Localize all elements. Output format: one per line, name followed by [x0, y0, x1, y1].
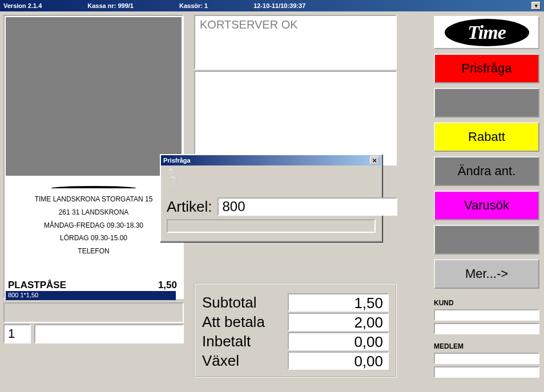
side-button-rabatt[interactable]: Rabatt — [434, 122, 539, 152]
brand-logo-text: Time — [445, 19, 529, 46]
line-item-name: PLASTPÅSE — [8, 280, 66, 291]
dialog-title-text: Prisfråga — [163, 157, 191, 164]
totals-value: 0,00 — [288, 351, 389, 370]
kund-input[interactable] — [434, 309, 539, 321]
dialog-close-button[interactable]: ✕ — [370, 156, 379, 164]
totals-value: 0,00 — [288, 332, 389, 350]
receipt-header-line: LÖRDAG 09.30-15.00 — [5, 232, 183, 245]
kund-label: KUND — [434, 299, 542, 307]
receipt-image-placeholder — [6, 17, 182, 176]
server-status-box: KORTSERVER OK — [194, 15, 397, 70]
medlem-label: MEDLEM — [434, 342, 542, 350]
receipt-selected-row[interactable]: 800 1*1,50 — [6, 291, 176, 300]
receipt-logo-icon — [51, 186, 136, 188]
titlebar-datetime: 12-10-11/10:39:37 — [253, 2, 305, 9]
totals-label: Växel — [202, 352, 288, 370]
receipt-header-line: TELEFON — [5, 245, 183, 258]
artikel-input[interactable] — [217, 197, 397, 216]
medlem-input-2[interactable] — [434, 366, 539, 378]
totals-row-inbetalt: Inbetalt 0,00 — [202, 332, 389, 350]
receipt-line-item: PLASTPÅSE 1,50 — [8, 280, 177, 291]
totals-label: Att betala — [202, 313, 288, 331]
dialog-field-label: Artikel: — [167, 198, 212, 216]
totals-label: Inbetalt — [202, 333, 288, 350]
side-button-prisfr-ga[interactable]: Prisfråga — [434, 54, 539, 83]
window-restore-icon[interactable]: ▾ — [531, 2, 541, 10]
server-status-text: KORTSERVER OK — [200, 18, 298, 31]
medlem-input[interactable] — [434, 353, 539, 364]
entry-field[interactable] — [34, 324, 184, 343]
side-button-blank-1[interactable] — [434, 88, 539, 118]
titlebar-version: Version 2.1.4 — [3, 2, 42, 9]
message-box — [194, 71, 397, 165]
line-item-price: 1,50 — [158, 280, 177, 291]
totals-row-subtotal: Subtotal 1,50 — [202, 293, 389, 312]
titlebar-kassa: Kassa nr: 999/1 — [87, 2, 134, 9]
info-icon[interactable]: ❔ — [169, 176, 179, 185]
side-button-blank-5[interactable] — [434, 225, 539, 254]
receipt-header-line: MÅNDAG-FREDAG 09.30-18.30 — [5, 219, 183, 232]
dialog-help-icons[interactable]: ❔ ❔ — [167, 169, 376, 185]
side-button-mer[interactable]: Mer...-> — [434, 259, 539, 289]
totals-row-vaxel: Växel 0,00 — [202, 351, 389, 370]
display-field — [3, 302, 184, 323]
prisfraga-dialog: Prisfråga ✕ ❔ ❔ Artikel: — [160, 154, 382, 242]
side-button-ndra-ant[interactable]: Ändra ant. — [434, 156, 539, 186]
totals-value: 2,00 — [288, 313, 389, 331]
kund-input-2[interactable] — [434, 323, 539, 334]
receipt-panel: TIME LANDSKRONA STORGATAN 15 261 31 LAND… — [3, 15, 184, 299]
window-titlebar: Version 2.1.4 Kassa nr: 999/1 Kassör: 1 … — [0, 0, 544, 11]
receipt-header: TIME LANDSKRONA STORGATAN 15 261 31 LAND… — [5, 185, 183, 258]
quantity-field[interactable]: 1 — [3, 324, 31, 343]
receipt-header-line: 261 31 LANDSKRONA — [5, 206, 183, 219]
totals-value: 1,50 — [288, 293, 389, 312]
brand-logo: Time — [434, 16, 539, 49]
totals-panel: Subtotal 1,50 Att betala 2,00 Inbetalt 0… — [194, 283, 397, 378]
dialog-status-bar — [167, 219, 376, 233]
receipt-header-line: TIME LANDSKRONA STORGATAN 15 — [5, 193, 183, 206]
side-button-varus-k[interactable]: Varusök — [434, 191, 539, 220]
titlebar-kassor: Kassör: 1 — [179, 2, 208, 9]
totals-label: Subtotal — [202, 294, 288, 312]
totals-row-att-betala: Att betala 2,00 — [202, 313, 389, 331]
dialog-titlebar[interactable]: Prisfråga ✕ — [161, 155, 381, 165]
